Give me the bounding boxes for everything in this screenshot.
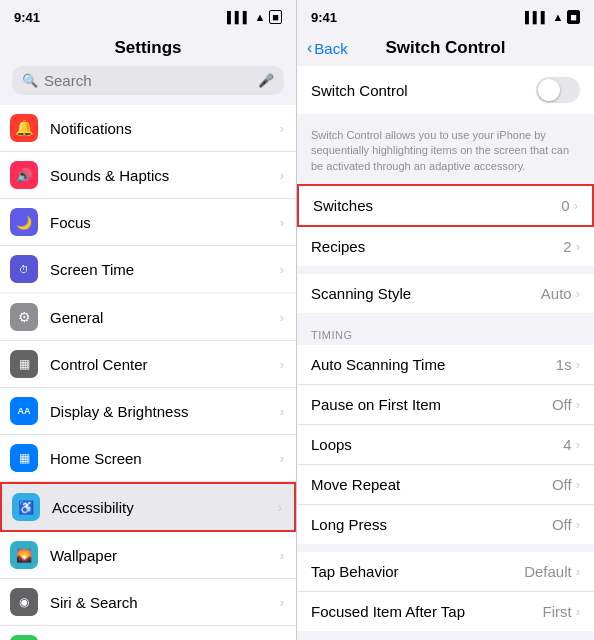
recipes-chevron: › bbox=[576, 239, 580, 254]
wallpaper-icon: 🌄 bbox=[10, 541, 38, 569]
switches-item[interactable]: Switches 0 › bbox=[297, 184, 594, 227]
siri-chevron: › bbox=[280, 595, 284, 610]
switch-control-label: Switch Control bbox=[311, 82, 536, 99]
loops-chevron: › bbox=[576, 437, 580, 452]
accessibility-icon: ♿ bbox=[12, 493, 40, 521]
settings-title: Settings bbox=[0, 34, 296, 66]
status-icons-right: ▌▌▌ ▲ ■ bbox=[525, 10, 580, 24]
face-id-icon: 👤 bbox=[10, 635, 38, 640]
scanning-style-label: Scanning Style bbox=[311, 285, 541, 302]
back-chevron-icon: ‹ bbox=[307, 39, 312, 57]
focused-item-label: Focused Item After Tap bbox=[311, 603, 542, 620]
settings-item-notifications[interactable]: 🔔 Notifications › bbox=[0, 105, 296, 152]
right-panel-title: Switch Control bbox=[386, 38, 506, 58]
search-bar[interactable]: 🔍 🎤 bbox=[12, 66, 284, 95]
scanning-style-item[interactable]: Scanning Style Auto › bbox=[297, 274, 594, 313]
status-icons-left: ▌▌▌ ▲ ■ bbox=[227, 10, 282, 24]
auto-scanning-label: Auto Scanning Time bbox=[311, 356, 556, 373]
auto-scanning-time-item[interactable]: Auto Scanning Time 1s › bbox=[297, 345, 594, 385]
recipes-label: Recipes bbox=[311, 238, 563, 255]
settings-item-display[interactable]: AA Display & Brightness › bbox=[0, 388, 296, 435]
focus-label: Focus bbox=[50, 214, 280, 231]
display-icon: AA bbox=[10, 397, 38, 425]
wifi-icon: ▲ bbox=[254, 11, 265, 23]
screen-time-label: Screen Time bbox=[50, 261, 280, 278]
siri-label: Siri & Search bbox=[50, 594, 280, 611]
long-press-value: Off bbox=[552, 516, 572, 533]
back-button[interactable]: ‹ Back bbox=[307, 39, 348, 57]
switches-value: 0 bbox=[561, 197, 569, 214]
back-label: Back bbox=[314, 40, 347, 57]
focus-icon: 🌙 bbox=[10, 208, 38, 236]
recipes-item[interactable]: Recipes 2 › bbox=[297, 227, 594, 266]
switch-control-toggle[interactable] bbox=[536, 77, 580, 103]
settings-item-accessibility[interactable]: ♿ Accessibility › bbox=[0, 482, 296, 532]
sounds-chevron: › bbox=[280, 168, 284, 183]
settings-item-control-center[interactable]: ▦ Control Center › bbox=[0, 341, 296, 388]
focused-item-chevron: › bbox=[576, 604, 580, 619]
control-center-label: Control Center bbox=[50, 356, 280, 373]
pause-first-value: Off bbox=[552, 396, 572, 413]
home-screen-label: Home Screen bbox=[50, 450, 280, 467]
pause-first-chevron: › bbox=[576, 397, 580, 412]
accessibility-chevron: › bbox=[278, 500, 282, 515]
bottom-group: Tap Behavior Default › Focused Item Afte… bbox=[297, 552, 594, 631]
settings-item-focus[interactable]: 🌙 Focus › bbox=[0, 199, 296, 246]
timing-group: Auto Scanning Time 1s › Pause on First I… bbox=[297, 345, 594, 544]
focused-item-after-tap[interactable]: Focused Item After Tap First › bbox=[297, 592, 594, 631]
settings-list: 🔔 Notifications › 🔊 Sounds & Haptics › 🌙… bbox=[0, 105, 296, 640]
settings-group-2: ⚙ General › ▦ Control Center › AA Displa… bbox=[0, 294, 296, 640]
signal-icon-right: ▌▌▌ bbox=[525, 11, 548, 23]
mic-icon: 🎤 bbox=[258, 73, 274, 88]
accessibility-label: Accessibility bbox=[52, 499, 278, 516]
general-icon: ⚙ bbox=[10, 303, 38, 331]
switches-chevron: › bbox=[574, 198, 578, 213]
settings-item-screen-time[interactable]: ⏱ Screen Time › bbox=[0, 246, 296, 292]
wallpaper-label: Wallpaper bbox=[50, 547, 280, 564]
tap-behavior-item[interactable]: Tap Behavior Default › bbox=[297, 552, 594, 592]
move-repeat-item[interactable]: Move Repeat Off › bbox=[297, 465, 594, 505]
battery-icon: ■ bbox=[269, 10, 282, 24]
switch-control-toggle-row: Switch Control bbox=[297, 66, 594, 114]
timing-section-label: TIMING bbox=[297, 321, 594, 345]
sounds-icon: 🔊 bbox=[10, 161, 38, 189]
sounds-label: Sounds & Haptics bbox=[50, 167, 280, 184]
settings-item-sounds[interactable]: 🔊 Sounds & Haptics › bbox=[0, 152, 296, 199]
wifi-icon-right: ▲ bbox=[552, 11, 563, 23]
focused-item-value: First bbox=[542, 603, 571, 620]
auto-scanning-value: 1s bbox=[556, 356, 572, 373]
loops-item[interactable]: Loops 4 › bbox=[297, 425, 594, 465]
switch-control-panel: 9:41 ▌▌▌ ▲ ■ ‹ Back Switch Control Switc… bbox=[297, 0, 594, 640]
time-left: 9:41 bbox=[14, 10, 40, 25]
tap-behavior-label: Tap Behavior bbox=[311, 563, 524, 580]
settings-panel: 9:41 ▌▌▌ ▲ ■ Settings 🔍 🎤 🔔 Notification… bbox=[0, 0, 297, 640]
screen-time-icon: ⏱ bbox=[10, 255, 38, 283]
settings-item-face-id[interactable]: 👤 Face ID & Passcode › bbox=[0, 626, 296, 640]
scanning-style-value: Auto bbox=[541, 285, 572, 302]
pause-first-item[interactable]: Pause on First Item Off › bbox=[297, 385, 594, 425]
siri-icon: ◉ bbox=[10, 588, 38, 616]
general-label: General bbox=[50, 309, 280, 326]
status-bar-left: 9:41 ▌▌▌ ▲ ■ bbox=[0, 0, 296, 34]
long-press-item[interactable]: Long Press Off › bbox=[297, 505, 594, 544]
control-center-chevron: › bbox=[280, 357, 284, 372]
settings-item-wallpaper[interactable]: 🌄 Wallpaper › bbox=[0, 532, 296, 579]
move-repeat-label: Move Repeat bbox=[311, 476, 552, 493]
control-center-icon: ▦ bbox=[10, 350, 38, 378]
auto-scanning-chevron: › bbox=[576, 357, 580, 372]
notifications-label: Notifications bbox=[50, 120, 280, 137]
settings-item-home-screen[interactable]: ▦ Home Screen › bbox=[0, 435, 296, 482]
settings-item-general[interactable]: ⚙ General › bbox=[0, 294, 296, 341]
long-press-chevron: › bbox=[576, 517, 580, 532]
tap-behavior-chevron: › bbox=[576, 564, 580, 579]
home-screen-icon: ▦ bbox=[10, 444, 38, 472]
wallpaper-chevron: › bbox=[280, 548, 284, 563]
pause-first-label: Pause on First Item bbox=[311, 396, 552, 413]
search-input[interactable] bbox=[44, 72, 252, 89]
right-header: ‹ Back Switch Control bbox=[297, 34, 594, 66]
recipes-value: 2 bbox=[563, 238, 571, 255]
loops-label: Loops bbox=[311, 436, 563, 453]
switch-control-group: Switch Control bbox=[297, 66, 594, 114]
scanning-style-chevron: › bbox=[576, 286, 580, 301]
settings-item-siri[interactable]: ◉ Siri & Search › bbox=[0, 579, 296, 626]
